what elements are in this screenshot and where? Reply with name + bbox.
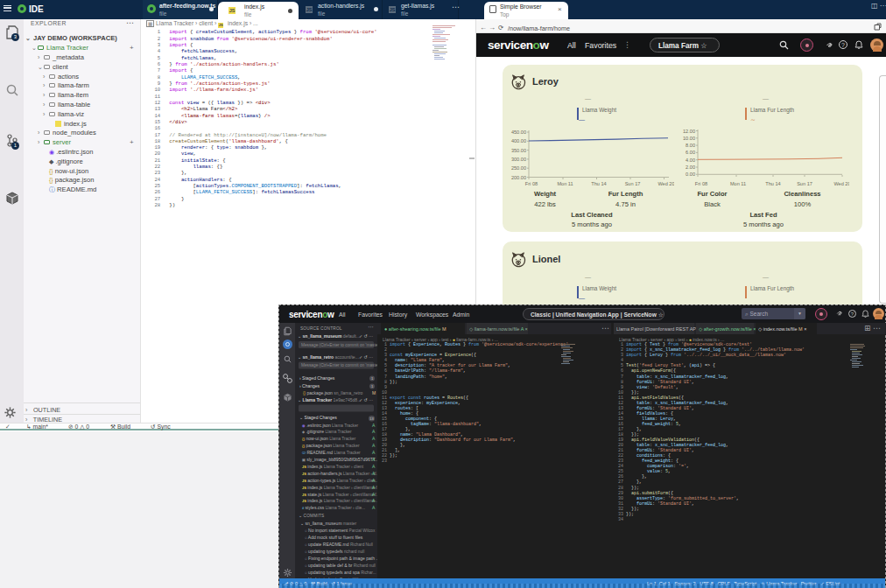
svg-text:200.00: 200.00 xyxy=(511,175,526,180)
svg-text:Wed 20: Wed 20 xyxy=(657,181,674,186)
svg-text:Thu 14: Thu 14 xyxy=(591,181,606,186)
svg-text:Fri 08: Fri 08 xyxy=(525,181,538,186)
svg-text:Thu 14: Thu 14 xyxy=(765,181,780,186)
svg-text:Mon 11: Mon 11 xyxy=(730,181,746,186)
svg-text:4.00: 4.00 xyxy=(686,158,695,163)
svg-text:2.00: 2.00 xyxy=(686,164,695,170)
svg-text:Wed 20: Wed 20 xyxy=(833,181,849,186)
svg-text:450.00: 450.00 xyxy=(511,130,526,135)
svg-text:6.00: 6.00 xyxy=(686,150,695,155)
svg-text:Mon 11: Mon 11 xyxy=(557,181,573,186)
svg-text:0.00: 0.00 xyxy=(686,172,695,177)
svg-text:Sun 17: Sun 17 xyxy=(797,181,812,186)
svg-text:250.00: 250.00 xyxy=(511,165,526,171)
svg-text:Fri 08: Fri 08 xyxy=(695,181,707,186)
svg-text:10.00: 10.00 xyxy=(683,136,695,141)
svg-text:350.00: 350.00 xyxy=(511,148,526,153)
svg-text:300.00: 300.00 xyxy=(511,157,526,162)
svg-text:400.00: 400.00 xyxy=(511,138,526,144)
svg-text:8.00: 8.00 xyxy=(686,143,695,148)
svg-text:12.00: 12.00 xyxy=(683,129,695,134)
svg-text:Sun 17: Sun 17 xyxy=(625,181,641,186)
